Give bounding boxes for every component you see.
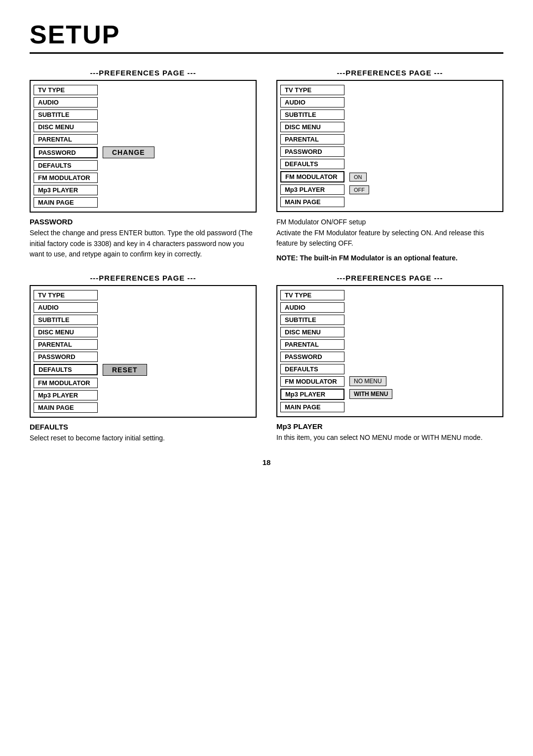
list-item: TV TYPE: [277, 289, 502, 301]
fm-br: FM MODULATOR: [280, 376, 344, 387]
list-item: MAIN PAGE: [31, 401, 256, 414]
list-item: Mp3 PLAYER: [31, 184, 256, 196]
top-left-heading: ---PREFERENCES PAGE ---: [30, 69, 257, 77]
defaults-desc-title: DEFAULTS: [30, 423, 257, 431]
top-columns: ---PREFERENCES PAGE --- TV TYPE AUDIO SU…: [30, 69, 503, 264]
list-item: SUBTITLE: [31, 314, 256, 326]
list-item: MAIN PAGE: [31, 196, 256, 209]
bottom-columns: ---PREFERENCES PAGE --- TV TYPE AUDIO SU…: [30, 274, 503, 444]
bottom-left-pref-box: TV TYPE AUDIO SUBTITLE DISC MENU PARENTA…: [30, 285, 257, 418]
bottom-right-col: ---PREFERENCES PAGE --- TV TYPE AUDIO SU…: [276, 274, 503, 444]
top-right-col: ---PREFERENCES PAGE --- TV TYPE AUDIO SU…: [276, 69, 503, 264]
list-item: SUBTITLE: [277, 108, 502, 121]
fm-intro-text: FM Modulator ON/OFF setup: [276, 217, 503, 228]
bottom-right-pref-box: TV TYPE AUDIO SUBTITLE DISC MENU PARENTA…: [276, 285, 503, 417]
subtitle-label: SUBTITLE: [34, 109, 98, 120]
change-button[interactable]: CHANGE: [103, 146, 154, 158]
tv-type-br: TV TYPE: [280, 290, 344, 300]
list-item: AUDIO: [31, 301, 256, 314]
mp3-br: Mp3 PLAYER: [280, 389, 344, 400]
mp3-off-value: OFF: [349, 185, 369, 194]
tv-type-label: TV TYPE: [34, 85, 98, 95]
top-left-pref-box: TV TYPE AUDIO SUBTITLE DISC MENU PARENTA…: [30, 80, 257, 213]
fm-note-text: NOTE: The built-in FM Modulator is an op…: [276, 253, 503, 264]
subtitle-label-r: SUBTITLE: [280, 109, 344, 120]
defaults-bl: DEFAULTS: [34, 364, 98, 375]
disc-menu-br: DISC MENU: [280, 327, 344, 337]
fm-bl: FM MODULATOR: [34, 378, 98, 388]
list-item: PASSWORD: [31, 351, 256, 363]
audio-label: AUDIO: [34, 97, 98, 108]
list-item: PASSWORD CHANGE: [31, 145, 256, 159]
mp3-bl: Mp3 PLAYER: [34, 390, 98, 400]
fm-modulator-label: FM MODULATOR: [34, 173, 98, 183]
list-item: FM MODULATOR: [31, 377, 256, 389]
disc-menu-bl: DISC MENU: [34, 327, 98, 337]
mp3-player-label-r: Mp3 PLAYER: [280, 184, 344, 195]
defaults-label-r: DEFAULTS: [280, 159, 344, 169]
top-right-heading: ---PREFERENCES PAGE ---: [276, 69, 503, 77]
list-item: PARENTAL: [31, 133, 256, 145]
list-item: PASSWORD: [277, 351, 502, 363]
page-title: SETUP: [30, 20, 503, 49]
list-item: DISC MENU: [277, 121, 502, 133]
list-item: DISC MENU: [277, 326, 502, 338]
bottom-left-heading: ---PREFERENCES PAGE ---: [30, 274, 257, 282]
parental-label-r: PARENTAL: [280, 134, 344, 144]
list-item: FM MODULATOR NO MENU: [277, 375, 502, 388]
list-item: TV TYPE: [31, 289, 256, 301]
list-item: DISC MENU: [31, 121, 256, 133]
password-desc-title: PASSWORD: [30, 217, 257, 226]
tv-type-label-r: TV TYPE: [280, 85, 344, 95]
list-item: DEFAULTS: [277, 363, 502, 375]
mp3-description: Mp3 PLAYER In this item, you can select …: [276, 422, 503, 443]
list-item: PARENTAL: [277, 338, 502, 351]
password-label-r: PASSWORD: [280, 146, 344, 157]
list-item: Mp3 PLAYER: [31, 389, 256, 401]
list-item: DEFAULTS RESET: [31, 363, 256, 377]
no-menu-value: NO MENU: [349, 376, 386, 386]
mp3-desc-title: Mp3 PLAYER: [276, 422, 503, 431]
fm-on-value: ON: [349, 173, 367, 181]
subtitle-br: SUBTITLE: [280, 315, 344, 325]
main-page-label-r: MAIN PAGE: [280, 197, 344, 207]
list-item: SUBTITLE: [31, 108, 256, 121]
defaults-description: DEFAULTS Select reset to become factory …: [30, 423, 257, 444]
audio-bl: AUDIO: [34, 302, 98, 313]
page-number: 18: [30, 458, 503, 467]
subtitle-bl: SUBTITLE: [34, 315, 98, 325]
list-item: PARENTAL: [277, 133, 502, 145]
top-left-col: ---PREFERENCES PAGE --- TV TYPE AUDIO SU…: [30, 69, 257, 264]
list-item: FM MODULATOR ON: [277, 170, 502, 183]
main-br: MAIN PAGE: [280, 402, 344, 412]
list-item: FM MODULATOR: [31, 172, 256, 184]
list-item: TV TYPE: [31, 84, 256, 96]
with-menu-value: WITH MENU: [349, 389, 392, 399]
main-bl: MAIN PAGE: [34, 402, 98, 413]
password-br: PASSWORD: [280, 352, 344, 362]
fm-description: FM Modulator ON/OFF setup Activate the F…: [276, 217, 503, 264]
mp3-player-label: Mp3 PLAYER: [34, 185, 98, 195]
list-item: Mp3 PLAYER OFF: [277, 183, 502, 196]
list-item: AUDIO: [277, 301, 502, 314]
title-divider: [30, 52, 503, 54]
defaults-br: DEFAULTS: [280, 364, 344, 374]
audio-br: AUDIO: [280, 302, 344, 313]
password-bl: PASSWORD: [34, 352, 98, 362]
list-item: DEFAULTS: [31, 159, 256, 172]
reset-button[interactable]: RESET: [103, 364, 147, 376]
list-item: DEFAULTS: [277, 158, 502, 170]
list-item: TV TYPE: [277, 84, 502, 96]
tv-type-bl: TV TYPE: [34, 290, 98, 300]
main-page-label: MAIN PAGE: [34, 197, 98, 208]
list-item: DISC MENU: [31, 326, 256, 338]
bottom-left-col: ---PREFERENCES PAGE --- TV TYPE AUDIO SU…: [30, 274, 257, 444]
list-item: PARENTAL: [31, 338, 256, 351]
parental-br: PARENTAL: [280, 339, 344, 350]
disc-menu-label-r: DISC MENU: [280, 122, 344, 132]
top-right-pref-box: TV TYPE AUDIO SUBTITLE DISC MENU PARENTA…: [276, 80, 503, 212]
list-item: Mp3 PLAYER WITH MENU: [277, 388, 502, 401]
list-item: AUDIO: [277, 96, 502, 108]
fm-desc-text: Activate the FM Modulator feature by sel…: [276, 228, 503, 249]
parental-bl: PARENTAL: [34, 339, 98, 350]
